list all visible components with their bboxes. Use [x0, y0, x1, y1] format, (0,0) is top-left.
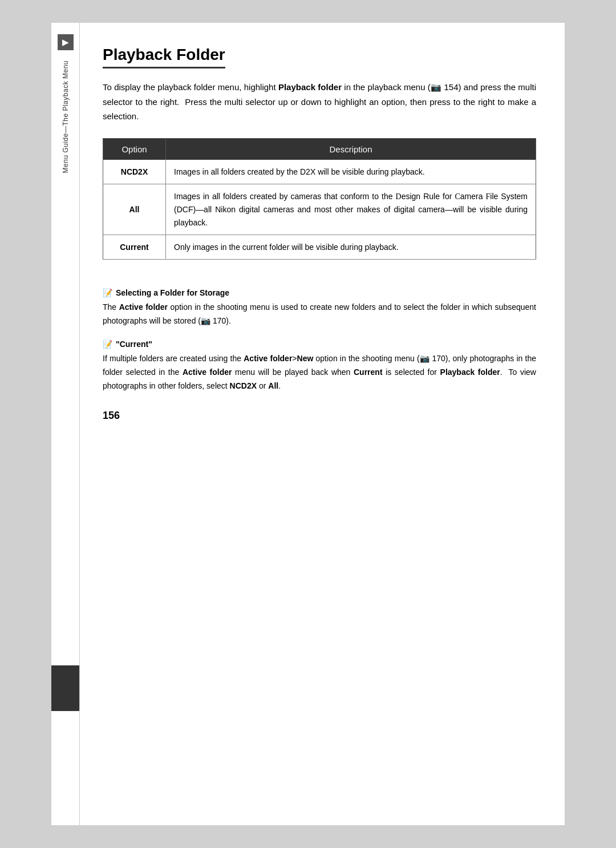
page-number: 156	[103, 410, 536, 422]
sidebar: ▶ Menu Guide—The Playback Menu	[51, 23, 80, 825]
page: ▶ Menu Guide—The Playback Menu Playback …	[51, 23, 565, 825]
file-text: F	[485, 192, 490, 201]
main-content: Playback Folder To display the playback …	[80, 23, 565, 825]
note-icon-current: 📝	[103, 340, 112, 349]
note-body-selecting-folder: The Active folder option in the shooting…	[103, 301, 536, 328]
note-icon-selecting-folder: 📝	[103, 288, 112, 297]
note-selecting-folder: 📝 Selecting a Folder for Storage The Act…	[103, 288, 536, 328]
page-title: Playback Folder	[103, 46, 225, 68]
new-bold: New	[297, 354, 314, 363]
playback-icon-symbol: ▶	[62, 38, 68, 47]
note-body-current: If multiple folders are created using th…	[103, 352, 536, 393]
intro-paragraph: To display the playback folder menu, hig…	[103, 80, 536, 124]
table-row: All Images in all folders created by cam…	[103, 184, 536, 235]
note-title-text-current: "Current"	[116, 340, 152, 349]
design-text: D	[396, 192, 402, 201]
col-header-description: Description	[166, 138, 536, 160]
table-body: NCD2X Images in all folders created by t…	[103, 160, 536, 260]
note-title-text-selecting-folder: Selecting a Folder for Storage	[116, 288, 229, 297]
table-header: Option Description	[103, 138, 536, 160]
active-folder-bold2: Active folder	[244, 354, 292, 363]
table-row: Current Only images in the current folde…	[103, 235, 536, 260]
note-title-selecting-folder: 📝 Selecting a Folder for Storage	[103, 288, 536, 297]
option-all: All	[103, 184, 166, 235]
intro-bold-playback-folder: Playback folder	[278, 82, 342, 92]
options-table: Option Description NCD2X Images in all f…	[103, 138, 536, 260]
page-container: ▶ Menu Guide—The Playback Menu Playback …	[0, 0, 616, 848]
playback-folder-bold: Playback folder	[440, 368, 500, 377]
description-all: Images in all folders created by cameras…	[166, 184, 536, 235]
active-folder-bold: Active folder	[119, 302, 168, 312]
table-row: NCD2X Images in all folders created by t…	[103, 160, 536, 184]
current-bold: Current	[354, 368, 383, 377]
note-title-current: 📝 "Current"	[103, 340, 536, 349]
table-header-row: Option Description	[103, 138, 536, 160]
description-ncd2x: Images in all folders created by the D2X…	[166, 160, 536, 184]
option-current: Current	[103, 235, 166, 260]
camera-text: C	[455, 192, 460, 201]
option-ncd2x: NCD2X	[103, 160, 166, 184]
description-current: Only images in the current folder will b…	[166, 235, 536, 260]
ncd2x-bold: NCD2X	[230, 381, 257, 390]
notes-section: 📝 Selecting a Folder for Storage The Act…	[103, 282, 536, 393]
all-bold: All	[268, 381, 278, 390]
sidebar-label: Menu Guide—The Playback Menu	[62, 60, 70, 173]
sidebar-bar	[51, 665, 79, 711]
note-current: 📝 "Current" If multiple folders are crea…	[103, 340, 536, 393]
col-header-option: Option	[103, 138, 166, 160]
sidebar-label-text: Menu Guide—The Playback Menu	[62, 60, 70, 173]
active-folder-bold3: Active folder	[183, 368, 232, 377]
playback-icon: ▶	[58, 34, 74, 50]
